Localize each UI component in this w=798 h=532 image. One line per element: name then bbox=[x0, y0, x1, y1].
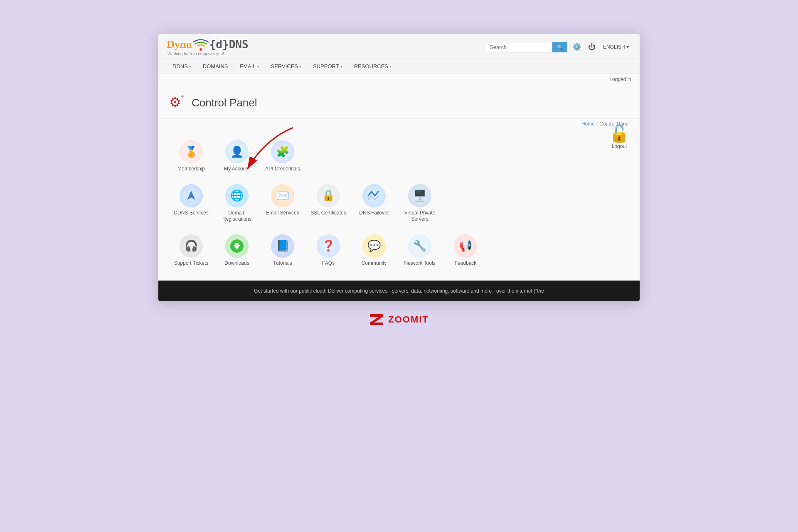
tutorials-label: Tutorials bbox=[273, 260, 292, 267]
icon-grid: 🏅 Membership 👤 My Account 🧩 API Credenti… bbox=[158, 129, 640, 281]
nav-email[interactable]: EMAIL ▾ bbox=[234, 59, 265, 74]
downloads-label: Downloads bbox=[224, 260, 249, 267]
svg-text:✦: ✦ bbox=[180, 93, 185, 100]
faqs-label: FAQs bbox=[322, 260, 335, 267]
logged-in-bar: Logged in bbox=[158, 74, 640, 85]
svg-marker-7 bbox=[370, 314, 383, 325]
breadcrumb: Home / Control Panel bbox=[158, 118, 640, 129]
my-account-item[interactable]: 👤 My Account bbox=[214, 136, 260, 177]
breadcrumb-home[interactable]: Home bbox=[581, 121, 595, 127]
downloads-icon bbox=[225, 234, 249, 258]
logout-label: Logout bbox=[612, 143, 627, 149]
feedback-label: Feedback bbox=[455, 260, 477, 267]
domain-registrations-item[interactable]: 🌐 Domain Registrations bbox=[214, 180, 260, 227]
network-tools-label: Network Tools bbox=[404, 260, 435, 267]
domain-registrations-icon: 🌐 bbox=[225, 184, 249, 207]
network-tools-icon: 🔧 bbox=[408, 234, 431, 258]
services-arrow-icon: ▾ bbox=[299, 64, 301, 69]
nav-ddns[interactable]: DDNS ▾ bbox=[167, 59, 197, 74]
support-tickets-icon: 🎧 bbox=[180, 234, 203, 258]
zoomit-footer: ZOOMIT bbox=[369, 302, 429, 330]
footer-bar: Get started with our public cloud! Deliv… bbox=[158, 281, 640, 301]
ddns-arrow-icon: ▾ bbox=[189, 64, 191, 69]
email-services-icon: ✉️ bbox=[271, 184, 294, 207]
svg-point-0 bbox=[200, 48, 202, 51]
control-panel-icon: ⚙ ✦ bbox=[168, 92, 187, 114]
page-header: ⚙ ✦ Control Panel bbox=[158, 85, 640, 118]
feedback-icon: 📢 bbox=[454, 234, 477, 258]
icon-row-1: 🏅 Membership 👤 My Account 🧩 API Credenti… bbox=[168, 136, 630, 177]
search-button[interactable]: 🔍 bbox=[552, 42, 567, 52]
logo[interactable]: Dynu {d}DNS Working hard to empower you! bbox=[167, 38, 249, 56]
ssl-certificates-label: SSL Certificates bbox=[310, 210, 346, 217]
api-credentials-label: API Credentials bbox=[265, 166, 300, 172]
dns-failover-icon bbox=[362, 184, 386, 207]
community-item[interactable]: 💬 Community bbox=[351, 230, 397, 271]
logo-dynu: Dynu bbox=[167, 38, 192, 51]
ddns-services-item[interactable]: DDNS Services bbox=[168, 180, 214, 221]
gear-sparkle-icon: ⚙ ✦ bbox=[168, 92, 187, 110]
tutorials-item[interactable]: 📘 Tutorials bbox=[260, 230, 305, 271]
support-tickets-item[interactable]: 🎧 Support Tickets bbox=[168, 230, 214, 271]
downloads-item[interactable]: Downloads bbox=[214, 230, 260, 271]
network-tools-item[interactable]: 🔧 Network Tools bbox=[397, 230, 443, 271]
resources-arrow-icon: ▾ bbox=[389, 64, 392, 69]
dns-failover-label: DNS Failover bbox=[359, 210, 389, 217]
tutorials-icon: 📘 bbox=[271, 234, 294, 258]
ssl-certificates-item[interactable]: 🔒 SSL Certificates bbox=[305, 180, 351, 221]
svg-marker-4 bbox=[187, 191, 195, 200]
svg-text:⚙: ⚙ bbox=[169, 95, 181, 110]
membership-item[interactable]: 🏅 Membership bbox=[168, 136, 214, 177]
icon-row-3: 🎧 Support Tickets Downloads bbox=[168, 230, 630, 271]
my-account-label: My Account bbox=[224, 166, 250, 172]
email-services-label: Email Services bbox=[266, 210, 299, 217]
language-selector[interactable]: ENGLISH ▾ bbox=[601, 42, 631, 52]
ddns-services-icon bbox=[180, 184, 203, 207]
power-icon-btn[interactable]: ⏻ bbox=[586, 41, 597, 53]
main-nav: DDNS ▾ DOMAINS EMAIL ▾ SERVICES ▾ SUPPOR… bbox=[158, 59, 640, 74]
nav-support[interactable]: SUPPORT ▾ bbox=[307, 59, 348, 74]
support-arrow-icon: ▾ bbox=[340, 64, 342, 69]
ssl-certificates-icon: 🔒 bbox=[317, 184, 340, 207]
nav-domains[interactable]: DOMAINS bbox=[197, 59, 234, 74]
api-credentials-icon: 🧩 bbox=[271, 140, 294, 163]
logo-dns: {d}DNS bbox=[209, 38, 249, 51]
faqs-item[interactable]: ❓ FAQs bbox=[305, 230, 351, 271]
virtual-private-servers-label: Virtual Private Servers bbox=[400, 210, 439, 223]
footer-text: Get started with our public cloud! Deliv… bbox=[254, 288, 544, 294]
zoomit-z-icon bbox=[369, 313, 384, 326]
email-arrow-icon: ▾ bbox=[257, 64, 259, 69]
faqs-icon: ❓ bbox=[317, 234, 340, 258]
icon-row-2: DDNS Services 🌐 Domain Registrations ✉️ … bbox=[168, 180, 630, 227]
ddns-services-label: DDNS Services bbox=[174, 210, 208, 217]
virtual-private-servers-icon: 🖥️ bbox=[408, 184, 431, 207]
breadcrumb-separator: / bbox=[596, 121, 598, 127]
email-services-item[interactable]: ✉️ Email Services bbox=[260, 180, 305, 221]
page-title: Control Panel bbox=[192, 96, 257, 109]
community-label: Community bbox=[362, 260, 387, 267]
dns-failover-item[interactable]: DNS Failover bbox=[351, 180, 397, 221]
nav-services[interactable]: SERVICES ▾ bbox=[265, 59, 308, 74]
settings-icon-btn[interactable]: ⚙️ bbox=[571, 41, 583, 53]
membership-icon: 🏅 bbox=[180, 140, 203, 163]
api-credentials-item[interactable]: 🧩 API Credentials bbox=[260, 136, 305, 177]
membership-label: Membership bbox=[177, 166, 205, 172]
domain-registrations-label: Domain Registrations bbox=[217, 210, 256, 223]
zoomit-label: ZOOMIT bbox=[388, 314, 429, 325]
my-account-icon: 👤 bbox=[225, 140, 249, 163]
support-tickets-label: Support Tickets bbox=[174, 260, 209, 267]
search-box: 🔍 bbox=[486, 42, 567, 52]
feedback-item[interactable]: 📢 Feedback bbox=[443, 230, 488, 271]
virtual-private-servers-item[interactable]: 🖥️ Virtual Private Servers bbox=[397, 180, 443, 227]
logout-area[interactable]: 🔓 Logout bbox=[609, 124, 630, 149]
navbar-right: 🔍 ⚙️ ⏻ ENGLISH ▾ bbox=[486, 41, 631, 53]
logo-tagline: Working hard to empower you! bbox=[167, 52, 249, 56]
wifi-icon bbox=[193, 38, 209, 51]
search-input[interactable] bbox=[486, 42, 552, 52]
logout-lock-icon: 🔓 bbox=[609, 124, 630, 143]
community-icon: 💬 bbox=[362, 234, 386, 258]
nav-resources[interactable]: RESOURCES ▾ bbox=[348, 59, 397, 74]
